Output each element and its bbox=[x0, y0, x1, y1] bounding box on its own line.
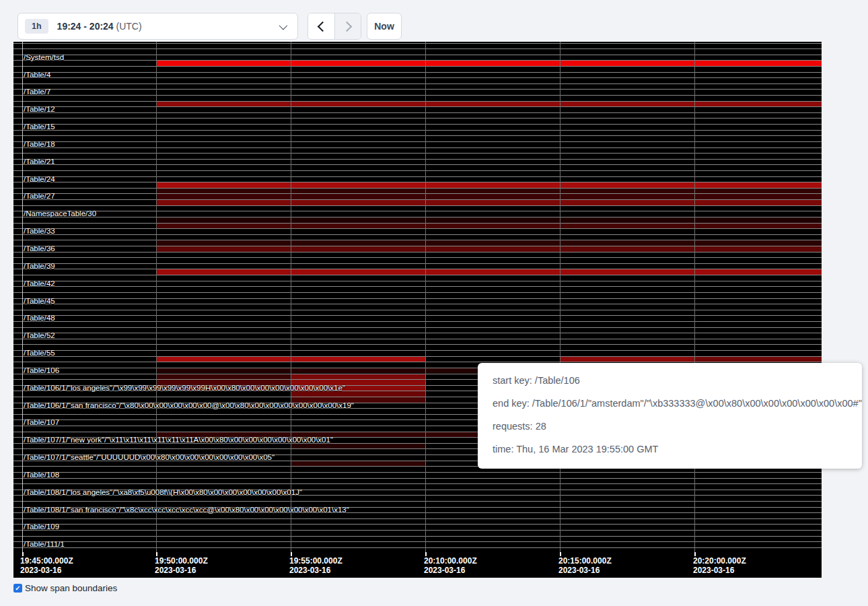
chevron-right-icon bbox=[342, 21, 353, 32]
span-boundary-line bbox=[13, 55, 822, 55]
span-boundary-line bbox=[13, 159, 822, 160]
time-range-selector[interactable]: 1h 19:24 - 20:24 (UTC) bbox=[17, 13, 298, 40]
time-gridline bbox=[291, 42, 291, 552]
span-boundary-line bbox=[13, 478, 822, 479]
heatmap[interactable]: /System/tsd/Table/4/Table/7/Table/12/Tab… bbox=[13, 42, 822, 552]
span-boundary-line bbox=[13, 339, 822, 339]
footer-row: ✓ Show span boundaries bbox=[13, 583, 117, 593]
heatmap-row-label: /Table/42 bbox=[24, 279, 55, 288]
heatmap-cell bbox=[156, 246, 822, 252]
span-boundary-line bbox=[13, 124, 822, 125]
heatmap-cell bbox=[156, 200, 822, 205]
span-boundary-line bbox=[13, 234, 822, 235]
heatmap-row-label: /System/tsd bbox=[24, 53, 64, 62]
heatmap-cell bbox=[291, 374, 425, 380]
span-boundary-line bbox=[13, 518, 822, 519]
range-label: 19:24 - 20:24 (UTC) bbox=[57, 21, 142, 32]
axis-time-label: 19:50:00.000Z2023-03-16 bbox=[155, 556, 208, 575]
heatmap-row-label: /Table/55 bbox=[24, 348, 55, 358]
heatmap-row-label: /Table/107/1/"new york"/"\x11\x11\x11\x1… bbox=[24, 435, 333, 444]
span-boundary-line bbox=[13, 135, 822, 136]
span-boundary-line bbox=[13, 310, 822, 310]
range-duration-badge: 1h bbox=[25, 19, 48, 34]
range-timezone: (UTC) bbox=[114, 21, 142, 32]
axis-time-label: 19:45:00.000Z2023-03-16 bbox=[20, 556, 73, 575]
span-boundary-line bbox=[13, 547, 822, 548]
time-gridline bbox=[694, 42, 695, 552]
show-span-boundaries-checkbox[interactable]: ✓ bbox=[13, 584, 22, 593]
tooltip-start-key: start key: /Table/106 bbox=[493, 369, 862, 392]
span-boundary-line bbox=[13, 536, 822, 537]
heatmap-cell bbox=[156, 374, 291, 380]
span-boundary-line bbox=[13, 228, 822, 229]
heatmap-row-label: /Table/106/1/"san francisco"/"\x80\x00\x… bbox=[24, 401, 354, 410]
span-boundary-line bbox=[13, 72, 822, 73]
span-boundary-line bbox=[13, 43, 822, 44]
heatmap-row-label: /Table/15 bbox=[24, 122, 55, 131]
span-boundary-line bbox=[13, 292, 822, 293]
heatmap-row-label: /Table/108/1/"san francisco"/"\x8c\xcc\x… bbox=[24, 505, 349, 514]
span-boundary-line bbox=[13, 327, 822, 328]
heatmap-row-label: /Table/18 bbox=[24, 139, 55, 149]
next-time-button[interactable] bbox=[334, 13, 361, 39]
tooltip-end-key: end key: /Table/106/1/"amsterdam"/"\xb33… bbox=[493, 392, 862, 415]
axis-time-label: 19:55:00.000Z2023-03-16 bbox=[289, 556, 342, 575]
span-boundary-line bbox=[13, 48, 822, 49]
time-nav-group bbox=[308, 13, 361, 40]
span-boundary-line bbox=[13, 176, 822, 177]
heatmap-cell bbox=[156, 217, 822, 223]
span-boundary-line bbox=[13, 530, 822, 531]
heatmap-cell bbox=[156, 224, 822, 229]
span-boundary-line bbox=[13, 501, 822, 502]
heatmap-row-label: /Table/108/1/"los angeles"/"\xa8\xf5\u00… bbox=[24, 487, 302, 497]
heatmap-row-label: /Table/12 bbox=[24, 104, 55, 114]
time-gridline bbox=[560, 42, 560, 552]
span-boundary-line bbox=[13, 153, 822, 154]
heatmap-row-label: /Table/108 bbox=[24, 470, 59, 479]
span-boundary-line bbox=[13, 275, 822, 275]
span-boundary-line bbox=[13, 281, 822, 281]
prev-time-button[interactable] bbox=[308, 13, 334, 39]
span-boundary-line bbox=[13, 304, 822, 304]
span-boundary-line bbox=[13, 286, 822, 287]
range-text: 19:24 - 20:24 bbox=[57, 21, 114, 32]
heatmap-row-label: /Table/33 bbox=[24, 226, 55, 236]
heatmap-row-label: /NamespaceTable/30 bbox=[24, 209, 96, 218]
heatmap-row-label: /Table/52 bbox=[24, 331, 55, 340]
span-boundary-line bbox=[13, 350, 822, 351]
span-boundary-line bbox=[13, 344, 822, 345]
time-axis: 19:45:00.000Z2023-03-1619:50:00.000Z2023… bbox=[13, 552, 822, 578]
heatmap-cell bbox=[156, 61, 822, 66]
span-boundary-line bbox=[13, 141, 822, 142]
heatmap-row-label: /Table/48 bbox=[24, 313, 55, 323]
heatmap-row-label: /Table/24 bbox=[24, 174, 55, 184]
time-gridline bbox=[156, 42, 157, 552]
span-boundary-line bbox=[13, 315, 822, 316]
span-boundary-line bbox=[13, 130, 822, 131]
span-boundary-line bbox=[13, 77, 822, 78]
span-boundary-line bbox=[13, 95, 822, 96]
now-button[interactable]: Now bbox=[367, 13, 402, 40]
span-boundary-line bbox=[13, 263, 822, 264]
span-boundary-line bbox=[13, 252, 822, 252]
span-boundary-line bbox=[13, 257, 822, 258]
axis-time-label: 20:15:00.000Z2023-03-16 bbox=[558, 556, 612, 575]
time-gridline bbox=[22, 42, 23, 552]
span-boundary-line bbox=[13, 205, 822, 206]
heatmap-row-label: /Table/109 bbox=[24, 522, 59, 531]
heatmap-row-label: /Table/27 bbox=[24, 191, 55, 201]
span-boundary-line bbox=[13, 298, 822, 299]
span-boundary-line bbox=[13, 66, 822, 67]
heatmap-row-label: /Table/39 bbox=[24, 261, 55, 271]
heatmap-cell bbox=[156, 269, 822, 275]
chevron-down-icon bbox=[279, 21, 288, 30]
chevron-left-icon bbox=[317, 21, 328, 32]
heatmap-row-label: /Table/21 bbox=[24, 157, 55, 166]
span-boundary-line bbox=[13, 106, 822, 107]
heatmap-cell bbox=[156, 182, 822, 188]
span-boundary-line bbox=[13, 211, 822, 211]
span-boundary-line bbox=[13, 524, 822, 525]
heatmap-row-label: /Table/106/1/"los angeles"/"\x99\x99\x99… bbox=[24, 383, 345, 393]
span-boundary-line bbox=[13, 170, 822, 171]
span-boundary-line bbox=[13, 118, 822, 119]
